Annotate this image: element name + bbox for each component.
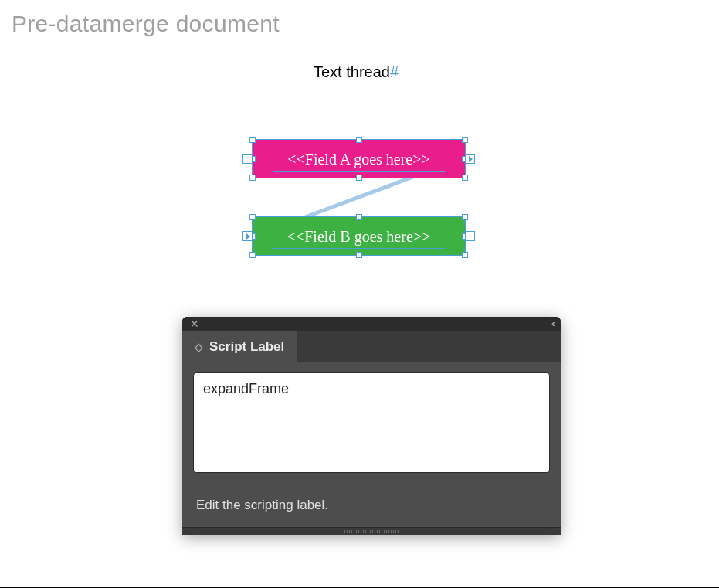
selection-handle[interactable] (249, 252, 256, 258)
in-port[interactable] (242, 231, 253, 241)
panel-titlebar[interactable]: ✕ ‹‹ (182, 317, 561, 331)
text-frame-field-a[interactable]: <<Field A goes here>> (252, 139, 466, 178)
selection-handle[interactable] (356, 175, 362, 181)
selection-handle[interactable] (356, 137, 362, 143)
selection-handle[interactable] (462, 137, 468, 143)
selection-handle[interactable] (462, 175, 468, 181)
panel-body: expandFrame (182, 362, 561, 487)
page-heading: Pre-datamerge document (12, 11, 280, 37)
script-label-panel: ✕ ‹‹ ◇ Script Label expandFrame Edit the… (182, 317, 561, 535)
text-frame-field-b[interactable]: <<Field B goes here>> (252, 216, 466, 256)
selection-handle[interactable] (249, 137, 256, 143)
end-of-story-marker: # (390, 63, 399, 80)
selection-handle[interactable] (462, 252, 468, 258)
collapse-icon[interactable]: ‹‹ (551, 318, 553, 329)
tab-script-label[interactable]: ◇ Script Label (182, 331, 297, 362)
selection-handle[interactable] (462, 214, 468, 220)
script-label-input[interactable]: expandFrame (193, 372, 550, 473)
close-icon[interactable]: ✕ (190, 318, 199, 329)
field-b-placeholder: <<Field B goes here>> (287, 227, 431, 245)
field-a-placeholder: <<Field A goes here>> (287, 150, 430, 168)
panel-hint: Edit the scripting label. (182, 487, 561, 527)
selection-handle[interactable] (356, 252, 362, 258)
thread-in-icon (246, 233, 250, 240)
tab-grip-icon: ◇ (195, 341, 203, 353)
out-port[interactable] (465, 154, 475, 164)
selection-handle[interactable] (356, 214, 362, 220)
out-port[interactable] (465, 231, 475, 241)
text-thread-label: Text thread# (314, 63, 399, 81)
panel-tab-bar: ◇ Script Label (182, 331, 561, 362)
text-thread-text: Text thread (314, 63, 390, 80)
canvas-area[interactable]: <<Field A goes here>> <<Field B goes her… (252, 139, 466, 259)
panel-resize-grip[interactable] (182, 527, 561, 535)
thread-out-icon (469, 156, 473, 162)
text-baseline-b (273, 248, 445, 249)
text-baseline-a (273, 171, 445, 172)
grip-lines-icon (344, 530, 399, 533)
tab-label: Script Label (209, 339, 284, 355)
selection-handle[interactable] (249, 175, 256, 181)
selection-handle[interactable] (249, 214, 256, 220)
in-port[interactable] (242, 154, 253, 164)
